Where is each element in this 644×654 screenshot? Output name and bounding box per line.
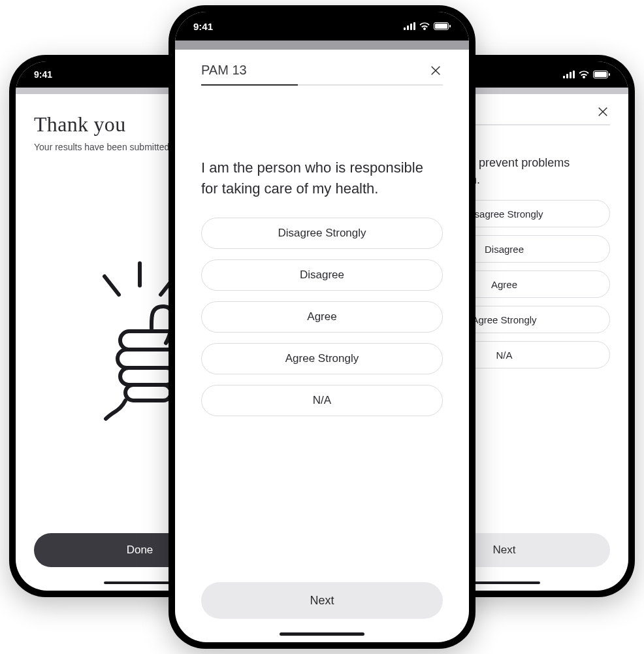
progress-track <box>201 84 443 86</box>
option-disagree[interactable]: Disagree <box>201 259 443 291</box>
close-button[interactable] <box>428 63 443 78</box>
status-icons <box>563 71 610 78</box>
svg-rect-15 <box>566 74 568 78</box>
wifi-icon <box>419 22 430 30</box>
svg-rect-20 <box>609 73 610 76</box>
home-indicator <box>104 581 176 584</box>
status-bar: 9:41 <box>175 12 469 41</box>
svg-rect-27 <box>449 25 451 27</box>
phone-center: 9:41 PAM 13 I am the person who is respo… <box>169 5 475 649</box>
option-na[interactable]: N/A <box>201 385 443 416</box>
close-icon <box>430 65 442 76</box>
close-button[interactable] <box>596 105 610 119</box>
option-agree[interactable]: Agree <box>201 301 443 333</box>
next-button-label: Next <box>310 594 334 608</box>
svg-rect-24 <box>413 22 415 30</box>
svg-rect-14 <box>563 76 565 78</box>
signal-icon <box>563 71 575 78</box>
option-agree-strongly[interactable]: Agree Strongly <box>201 343 443 374</box>
svg-rect-21 <box>404 27 406 30</box>
battery-icon <box>593 71 610 78</box>
question-text: I am the person who is responsible for t… <box>201 157 443 199</box>
status-icons <box>404 22 451 30</box>
next-button-label: Next <box>493 544 516 557</box>
wifi-icon <box>579 71 589 78</box>
svg-rect-13 <box>125 385 171 401</box>
status-time: 9:41 <box>193 21 213 32</box>
battery-icon <box>434 22 451 30</box>
svg-rect-16 <box>570 72 572 78</box>
svg-rect-22 <box>407 25 409 30</box>
next-button[interactable]: Next <box>201 582 443 619</box>
svg-rect-17 <box>573 71 575 78</box>
close-icon <box>597 106 609 118</box>
svg-rect-23 <box>410 24 412 30</box>
svg-line-8 <box>105 276 119 295</box>
answer-options: Disagree Strongly Disagree Agree Agree S… <box>201 218 443 416</box>
status-time: 9:41 <box>34 69 52 80</box>
svg-rect-19 <box>594 72 607 77</box>
sheet-grabber-band <box>175 41 469 50</box>
svg-rect-12 <box>120 368 175 385</box>
svg-rect-26 <box>435 24 447 29</box>
home-indicator <box>468 581 540 584</box>
done-button-label: Done <box>127 544 153 557</box>
progress-fill <box>201 84 298 86</box>
survey-title: PAM 13 <box>201 63 247 78</box>
option-disagree-strongly[interactable]: Disagree Strongly <box>201 218 443 249</box>
phone-screen-question-center: 9:41 PAM 13 I am the person who is respo… <box>175 12 469 642</box>
home-indicator <box>280 632 364 636</box>
signal-icon <box>404 22 415 30</box>
